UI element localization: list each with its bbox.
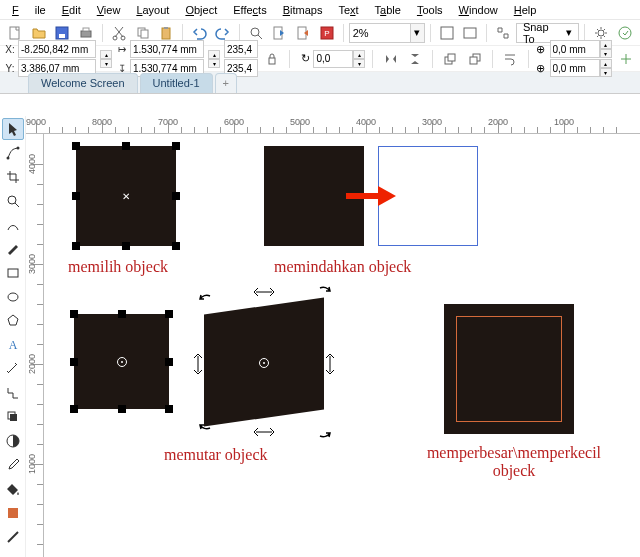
menu-window[interactable]: Window bbox=[451, 2, 506, 18]
svg-rect-22 bbox=[448, 54, 455, 61]
ruler-vertical: 4000300020001000 bbox=[26, 134, 44, 557]
property-bar: X: Y: ▴▾ ↦ ↧ ▴▾ ↻ ▴▾ ⊕▴▾ ⊕▴ bbox=[0, 46, 640, 72]
menu-table[interactable]: Table bbox=[367, 2, 409, 18]
rotation-input-wrap: ↻ ▴▾ bbox=[297, 50, 365, 68]
caption-rotate: memutar objeck bbox=[164, 446, 268, 464]
scalex-input[interactable] bbox=[224, 40, 258, 58]
svg-rect-0 bbox=[10, 27, 19, 39]
svg-point-11 bbox=[251, 28, 259, 36]
svg-point-18 bbox=[598, 30, 604, 36]
menu-file[interactable]: File bbox=[4, 2, 54, 18]
svg-point-25 bbox=[6, 157, 9, 160]
caption-scale1: memperbesar\memperkecil bbox=[414, 444, 614, 462]
svg-rect-8 bbox=[141, 30, 148, 38]
svg-rect-2 bbox=[59, 34, 65, 38]
svg-point-27 bbox=[8, 196, 16, 204]
menu-tools[interactable]: Tools bbox=[409, 2, 451, 18]
svg-rect-34 bbox=[8, 508, 18, 518]
zoom-tool[interactable] bbox=[2, 190, 24, 212]
zoom-dropdown-icon[interactable]: ▾ bbox=[411, 23, 425, 43]
menu-text[interactable]: Text bbox=[330, 2, 366, 18]
arrow-move-icon bbox=[344, 184, 398, 208]
smart-fill-tool[interactable] bbox=[2, 502, 24, 524]
artistic-media-tool[interactable] bbox=[2, 238, 24, 260]
zoom-combo[interactable]: ▾ bbox=[349, 23, 425, 43]
menu-layout[interactable]: Layout bbox=[128, 2, 177, 18]
export-button[interactable] bbox=[292, 22, 314, 44]
freehand-tool[interactable] bbox=[2, 214, 24, 236]
fullscreen-button[interactable] bbox=[436, 22, 458, 44]
offsetx-input[interactable] bbox=[550, 40, 600, 58]
ellipse-tool[interactable] bbox=[2, 286, 24, 308]
y-label: Y: bbox=[4, 63, 16, 74]
svg-rect-16 bbox=[441, 27, 453, 39]
toolbox: A bbox=[0, 116, 26, 557]
svg-rect-9 bbox=[162, 28, 170, 39]
mirror-h-button[interactable] bbox=[380, 48, 400, 70]
x-input[interactable] bbox=[18, 40, 96, 58]
svg-rect-28 bbox=[8, 269, 18, 277]
to-back-button[interactable] bbox=[465, 48, 485, 70]
pick-tool[interactable] bbox=[2, 118, 24, 140]
tab-welcome[interactable]: Welcome Screen bbox=[28, 73, 138, 93]
connector-tool[interactable] bbox=[2, 382, 24, 404]
snap-off-button[interactable] bbox=[492, 22, 514, 44]
tab-untitled[interactable]: Untitled-1 bbox=[140, 73, 213, 93]
caption-select: memilih objeck bbox=[68, 258, 168, 276]
polygon-tool[interactable] bbox=[2, 310, 24, 332]
menu-edit[interactable]: Edit bbox=[54, 2, 89, 18]
import-button[interactable] bbox=[268, 22, 290, 44]
svg-text:A: A bbox=[8, 338, 17, 352]
shape-tool[interactable] bbox=[2, 142, 24, 164]
menu-bitmaps[interactable]: Bitmaps bbox=[275, 2, 331, 18]
caption-move: memindahkan objeck bbox=[274, 258, 411, 276]
width-icon: ↦ bbox=[116, 44, 128, 55]
svg-point-26 bbox=[16, 147, 19, 150]
svg-point-19 bbox=[619, 27, 631, 39]
svg-rect-31 bbox=[10, 414, 17, 421]
fill-tool[interactable] bbox=[2, 478, 24, 500]
svg-text:P: P bbox=[324, 29, 329, 38]
svg-rect-17 bbox=[464, 28, 476, 38]
svg-rect-20 bbox=[269, 58, 275, 64]
wrap-button[interactable] bbox=[500, 48, 520, 70]
rectangle-tool[interactable] bbox=[2, 262, 24, 284]
menu-effects[interactable]: Effects bbox=[225, 2, 274, 18]
text-tool[interactable]: A bbox=[2, 334, 24, 356]
eyedropper-tool[interactable] bbox=[2, 454, 24, 476]
parallel-dim-tool[interactable] bbox=[2, 358, 24, 380]
transparency-tool[interactable] bbox=[2, 430, 24, 452]
w-input[interactable] bbox=[130, 40, 204, 58]
x-label: X: bbox=[4, 44, 16, 55]
publish-button[interactable]: P bbox=[316, 22, 338, 44]
caption-scale2: objeck bbox=[414, 462, 614, 480]
workspace: A 900080007000600050004000300020001000 4… bbox=[0, 116, 640, 557]
tab-add[interactable]: + bbox=[215, 73, 237, 93]
menu-bar: File Edit View Layout Object Effects Bit… bbox=[0, 0, 640, 20]
mirror-v-button[interactable] bbox=[405, 48, 425, 70]
crop-tool[interactable] bbox=[2, 166, 24, 188]
offsety-input[interactable] bbox=[550, 59, 600, 77]
svg-rect-3 bbox=[81, 31, 91, 37]
drop-shadow-tool[interactable] bbox=[2, 406, 24, 428]
height-icon: ↧ bbox=[116, 63, 128, 74]
svg-rect-10 bbox=[164, 27, 168, 29]
svg-rect-4 bbox=[83, 28, 89, 31]
zoom-input[interactable] bbox=[349, 23, 411, 43]
lock-ratio-button[interactable] bbox=[262, 48, 282, 70]
menu-help[interactable]: Help bbox=[506, 2, 545, 18]
svg-point-29 bbox=[8, 293, 18, 301]
to-front-button[interactable] bbox=[440, 48, 460, 70]
svg-rect-24 bbox=[470, 57, 477, 64]
menu-object[interactable]: Object bbox=[177, 2, 225, 18]
ruler-horizontal: 900080007000600050004000300020001000 bbox=[26, 116, 640, 134]
launch-button[interactable] bbox=[614, 22, 636, 44]
extras-button[interactable] bbox=[616, 48, 636, 70]
rotation-input[interactable] bbox=[313, 50, 353, 68]
preview-button[interactable] bbox=[459, 22, 481, 44]
object-scale-small-outline bbox=[456, 316, 562, 422]
menu-view[interactable]: View bbox=[89, 2, 129, 18]
outline-tool[interactable] bbox=[2, 526, 24, 548]
canvas[interactable]: ✕ memilih objeck memindahkan objeck memu… bbox=[44, 134, 640, 557]
